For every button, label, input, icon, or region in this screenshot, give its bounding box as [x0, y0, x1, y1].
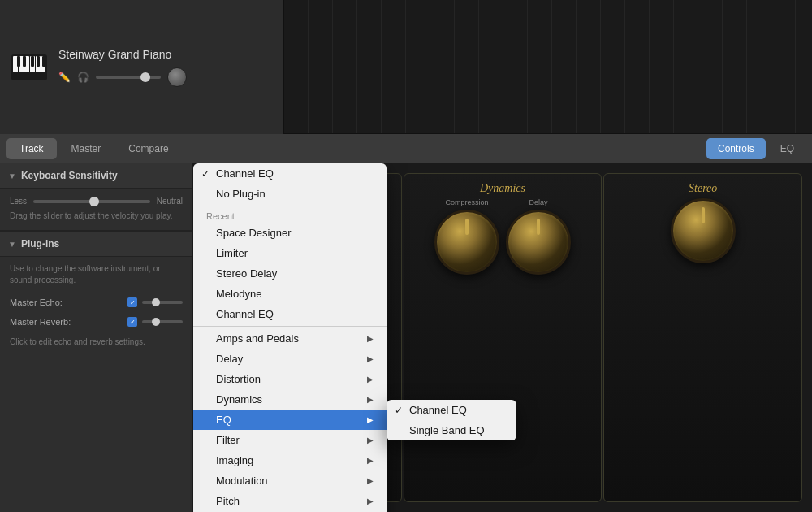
plugins-triangle-icon: ▼: [8, 240, 16, 249]
slider-label-less: Less: [10, 197, 27, 206]
menu-item-limiter[interactable]: Limiter: [193, 243, 387, 263]
plugins-desc: Use to change the software instrument, o…: [0, 257, 192, 293]
dropdown-menu: Channel EQ No Plug-in Recent Space Desig…: [193, 163, 387, 512]
volume-thumb: [140, 72, 150, 82]
stereo-knob-1[interactable]: [671, 198, 736, 263]
sensitivity-slider[interactable]: [33, 200, 150, 203]
triangle-icon: ▼: [8, 171, 16, 180]
master-echo-slider[interactable]: [142, 301, 183, 304]
svg-rect-10: [37, 56, 40, 67]
tab-track[interactable]: Track: [6, 138, 57, 159]
menu-item-pitch[interactable]: Pitch▶: [193, 491, 387, 511]
svg-rect-8: [23, 56, 26, 67]
dynamics-label: Dynamics: [216, 393, 262, 406]
delay-arrow: ▶: [367, 354, 374, 363]
menu-separator-2: [193, 326, 387, 327]
amp-module-stereo: Stereo: [603, 173, 802, 502]
plugins-title: Plug-ins: [21, 238, 59, 249]
submenu-item-channel-eq[interactable]: Channel EQ: [387, 400, 516, 420]
slider-label-neutral: Neutral: [157, 197, 183, 206]
filter-label: Filter: [216, 434, 240, 446]
keyboard-sensitivity-header: ▼ Keyboard Sensitivity: [0, 163, 192, 189]
pan-knob[interactable]: [167, 67, 187, 87]
headphones-icon[interactable]: 🎧: [77, 72, 89, 83]
master-reverb-label: Master Reverb:: [10, 317, 123, 327]
menu-item-channel-eq-top[interactable]: Channel EQ: [193, 163, 387, 184]
menu-item-no-plugin[interactable]: No Plug-in: [193, 184, 387, 204]
menu-item-imaging[interactable]: Imaging▶: [193, 450, 387, 471]
menu-item-eq[interactable]: EQ▶: [193, 410, 387, 430]
imaging-arrow: ▶: [367, 456, 374, 465]
tab-master[interactable]: Master: [58, 138, 114, 159]
dynamics-delay-knob[interactable]: [506, 210, 571, 275]
distortion-label: Distortion: [216, 373, 261, 385]
volume-slider-container: [96, 76, 161, 79]
sensitivity-desc: Drag the slider to adjust the velocity y…: [10, 210, 183, 222]
tab-bar: Track Master Compare Controls EQ: [0, 134, 812, 163]
modulation-label: Modulation: [216, 475, 268, 487]
modulation-arrow: ▶: [367, 476, 374, 485]
delay-label: Delay: [216, 353, 243, 365]
svg-rect-9: [31, 56, 34, 67]
submenu-item-single-band-eq[interactable]: Single Band EQ: [387, 420, 516, 440]
menu-item-delay[interactable]: Delay▶: [193, 349, 387, 369]
tab-controls[interactable]: Controls: [706, 138, 766, 159]
dynamics-arrow: ▶: [367, 395, 374, 404]
main-content: ▼ Keyboard Sensitivity Less Neutral Drag…: [0, 163, 812, 512]
menu-item-filter[interactable]: Filter▶: [193, 430, 387, 450]
left-sidebar: ▼ Keyboard Sensitivity Less Neutral Drag…: [0, 163, 193, 512]
master-reverb-slider[interactable]: [142, 320, 183, 323]
distortion-arrow: ▶: [367, 375, 374, 384]
master-reverb-checkbox[interactable]: ✓: [127, 317, 137, 327]
pitch-label: Pitch: [216, 495, 240, 507]
menu-item-dynamics[interactable]: Dynamics▶: [193, 389, 387, 410]
master-echo-thumb: [152, 298, 160, 306]
menu-item-melodyne[interactable]: Melodyne: [193, 284, 387, 304]
sensitivity-section: Less Neutral Drag the slider to adjust t…: [0, 189, 192, 231]
tab-eq[interactable]: EQ: [769, 138, 806, 159]
dynamics-delay-label: Delay: [506, 198, 571, 206]
right-tabs: Controls EQ: [706, 138, 806, 159]
master-reverb-row: Master Reverb: ✓: [0, 312, 192, 332]
filter-arrow: ▶: [367, 436, 374, 445]
menu-item-amps-pedals[interactable]: Amps and Pedals▶: [193, 328, 387, 349]
menu-item-channel-eq-recent[interactable]: Channel EQ: [193, 304, 387, 324]
eq-arrow: ▶: [367, 415, 374, 424]
menu-section-recent: Recent: [193, 208, 387, 223]
eq-label: EQ: [216, 414, 231, 426]
master-reverb-thumb: [152, 318, 160, 326]
eq-submenu: Channel EQ Single Band EQ: [387, 400, 516, 440]
amp-module-stereo-title: Stereo: [689, 182, 717, 195]
dynamics-compression-knob[interactable]: [434, 210, 499, 275]
sensitivity-slider-row: Less Neutral: [10, 197, 183, 206]
edit-icon[interactable]: ✏️: [58, 72, 71, 83]
imaging-label: Imaging: [216, 454, 253, 466]
amps-pedals-label: Amps and Pedals: [216, 332, 299, 345]
piano-icon: [10, 48, 49, 87]
menu-item-modulation[interactable]: Modulation▶: [193, 471, 387, 491]
tab-compare[interactable]: Compare: [115, 138, 181, 159]
amp-module-dynamics: Dynamics Compression Delay: [404, 173, 603, 502]
svg-rect-11: [42, 56, 45, 67]
plugin-area: Tone Low High Dynamics Compression: [193, 163, 812, 512]
pitch-arrow: ▶: [367, 497, 374, 505]
menu-item-stereo-delay[interactable]: Stereo Delay: [193, 263, 387, 284]
track-name: Steinway Grand Piano: [58, 48, 274, 61]
track-header: Steinway Grand Piano ✏️ 🎧: [0, 0, 284, 134]
master-echo-row: Master Echo: ✓: [0, 293, 192, 312]
keyboard-sensitivity-title: Keyboard Sensitivity: [21, 170, 118, 181]
menu-item-space-designer[interactable]: Space Designer: [193, 223, 387, 243]
top-area: Steinway Grand Piano ✏️ 🎧: [0, 0, 812, 134]
volume-slider[interactable]: [96, 76, 161, 79]
track-timeline: [284, 0, 812, 133]
reverb-echo-desc: Click to edit echo and reverb settings.: [0, 332, 192, 353]
timeline-stripes: [284, 0, 812, 133]
master-echo-label: Master Echo:: [10, 297, 123, 307]
svg-rect-7: [17, 56, 20, 67]
track-info: Steinway Grand Piano ✏️ 🎧: [58, 48, 274, 87]
menu-separator-1: [193, 206, 387, 206]
master-echo-checkbox[interactable]: ✓: [127, 297, 137, 307]
dynamics-compression-label: Compression: [434, 198, 499, 206]
plugins-section-header: ▼ Plug-ins: [0, 231, 192, 257]
menu-item-distortion[interactable]: Distortion▶: [193, 369, 387, 389]
